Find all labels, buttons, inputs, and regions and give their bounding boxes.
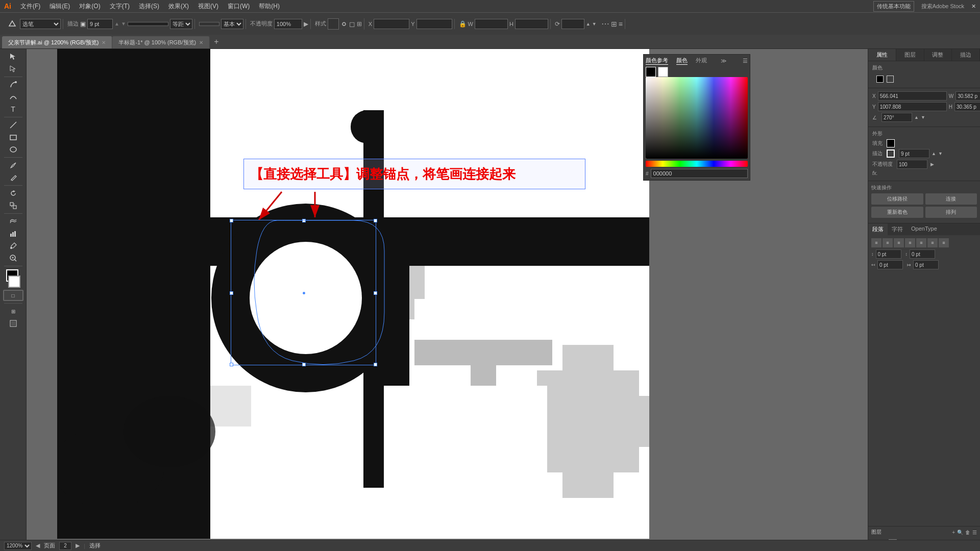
h-input[interactable]: 30.365 p (515, 19, 548, 29)
color-panel-menu-icon[interactable]: ☰ (743, 58, 748, 64)
type-tool-btn[interactable]: T (3, 104, 23, 115)
warp-tool-btn[interactable] (3, 216, 23, 227)
scale-tool-btn[interactable] (3, 200, 23, 211)
pencil-tool-btn[interactable] (3, 172, 23, 183)
angle-prop-input[interactable] (881, 113, 912, 122)
color-panel-expand-icon[interactable]: ≫ (721, 58, 727, 64)
bg-swatch[interactable] (658, 67, 668, 77)
color-panel-tab-appearance[interactable]: 外观 (696, 57, 707, 65)
fill-item[interactable] (876, 76, 884, 83)
btn-arrange[interactable]: 排列 (925, 207, 977, 218)
direct-selection-btn[interactable] (3, 63, 23, 74)
rect-tool-btn[interactable] (3, 132, 23, 143)
color-panel-tab-ref[interactable]: 颜色参考 (646, 57, 668, 65)
color-swatch-block[interactable] (3, 268, 23, 289)
angle-up-icon[interactable]: ▲ (586, 21, 591, 27)
hue-slider[interactable] (646, 161, 748, 167)
align-right-btn[interactable]: ≡ (894, 238, 904, 247)
btn-find-similar[interactable]: 位移路径 (871, 193, 923, 205)
angle-prop-icon2[interactable]: ▼ (921, 115, 925, 120)
spacing-before-input[interactable] (876, 249, 901, 259)
indent-left-input[interactable] (877, 260, 903, 269)
workspace-selector[interactable]: 传统基本功能 (873, 1, 914, 12)
style-icon[interactable]: ⭘ (340, 20, 348, 28)
rp-tab-layers[interactable]: 图层 (896, 49, 924, 61)
opacity-expand[interactable]: ▶ (930, 162, 934, 167)
rotate-tool-btn[interactable] (3, 188, 23, 199)
artboard-tool-btn[interactable] (3, 318, 23, 329)
stroke-item[interactable] (887, 76, 894, 83)
more-tools-icon[interactable]: ⋯ (598, 19, 609, 29)
normal-mode-btn[interactable]: □ (3, 290, 23, 301)
style-icon2[interactable]: ◻ (349, 20, 355, 28)
angle-down-icon[interactable]: ▼ (592, 21, 597, 27)
menu-view[interactable]: 视图(V) (194, 1, 223, 12)
stock-search[interactable]: 搜索Adobe Stock (918, 2, 967, 11)
menu-effect[interactable]: 效果(X) (164, 1, 193, 12)
bp-tab-paragraph[interactable]: 段落 (868, 223, 888, 235)
lock-proportions-icon[interactable]: 🔒 (459, 20, 467, 28)
fill-color-swatch[interactable] (887, 139, 895, 147)
tool-selector[interactable]: 选笔 (20, 19, 61, 29)
paintbrush-tool-btn[interactable] (3, 160, 23, 171)
selection-tool-btn[interactable] (3, 51, 23, 62)
h-prop-input[interactable] (954, 102, 980, 111)
stroke-val-input[interactable] (899, 149, 929, 158)
stroke-val-down[interactable]: ▼ (938, 151, 943, 156)
fg-swatch[interactable] (646, 67, 656, 77)
align-left-btn[interactable]: ≡ (871, 238, 881, 247)
bp-tab-opentype[interactable]: OpenType (907, 223, 941, 235)
page-input[interactable] (59, 542, 71, 550)
menu-object[interactable]: 对象(O) (75, 1, 104, 12)
tab-1-close[interactable]: ✕ (199, 40, 203, 45)
layers-search-icon[interactable]: 🔍 (957, 530, 963, 535)
x-prop-input[interactable] (878, 91, 947, 101)
menu-select[interactable]: 选择(S) (135, 1, 163, 12)
style-icon3[interactable]: ⊞ (357, 20, 362, 28)
stroke-weight-input[interactable]: 9 pt (87, 19, 113, 29)
y-prop-input[interactable] (878, 102, 947, 111)
nav-next-icon[interactable]: ▶ (76, 542, 80, 549)
menu-text[interactable]: 文字(T) (106, 1, 134, 12)
layers-add-icon[interactable]: + (952, 530, 955, 535)
rp-tab-properties[interactable]: 属性 (868, 49, 896, 61)
eyedropper-tool-btn[interactable] (3, 240, 23, 252)
ellipse-tool-btn[interactable] (3, 144, 23, 155)
bp-tab-character[interactable]: 字符 (888, 223, 907, 235)
align-justify4-btn[interactable]: ≡ (939, 238, 949, 247)
hex-input[interactable]: 000000 (651, 169, 748, 178)
close-btn[interactable]: ✕ (971, 3, 976, 10)
y-input[interactable]: 1007.808 (416, 19, 452, 29)
x-input[interactable]: 560.041 (374, 19, 409, 29)
btn-recolor[interactable]: 重新着色 (871, 207, 923, 218)
curvature-tool-btn[interactable] (3, 91, 23, 103)
btn-select[interactable]: 连接 (925, 193, 977, 205)
screen-mode-btn[interactable]: ⊞ (3, 306, 23, 317)
spacing-after-input[interactable] (910, 249, 935, 259)
layers-menu-icon[interactable]: ☰ (972, 530, 977, 535)
arrange-icon[interactable]: ⊞ (611, 20, 617, 28)
align-justify-btn[interactable]: ≡ (905, 238, 915, 247)
tab-0[interactable]: 父亲节讲解.ai @ 1200% (RGB/预览) ✕ (2, 36, 112, 48)
graph-tool-btn[interactable] (3, 228, 23, 239)
menu-window[interactable]: 窗口(W) (224, 1, 254, 12)
opacity-prop-input[interactable] (897, 160, 927, 169)
opacity-expand-icon[interactable]: ▶ (304, 20, 308, 28)
stroke-type-selector[interactable]: 等距 (170, 19, 192, 29)
background-color[interactable] (8, 276, 20, 288)
stroke-color-swatch[interactable] (887, 149, 895, 158)
menu-file[interactable]: 文件(F) (16, 1, 44, 12)
layers-delete-icon[interactable]: 🗑 (965, 530, 970, 535)
nav-prev-icon[interactable]: ◀ (36, 542, 40, 549)
rp-tab-adjustments[interactable]: 调整 (924, 49, 952, 61)
w-input[interactable]: 30.582 p (475, 19, 508, 29)
menu-edit[interactable]: 编辑(E) (45, 1, 74, 12)
stroke-box[interactable] (887, 76, 894, 83)
pen-tool-btn[interactable] (3, 79, 23, 90)
angle-input[interactable]: 270° (561, 19, 584, 29)
zoom-selector[interactable]: 1200% (4, 542, 32, 550)
canvas-area[interactable]: 【直接选择工具】调整锚点，将笔画连接起来 (27, 49, 868, 551)
tab-0-close[interactable]: ✕ (102, 40, 106, 45)
color-spectrum[interactable] (646, 77, 748, 159)
stroke-val-up[interactable]: ▲ (932, 151, 936, 156)
